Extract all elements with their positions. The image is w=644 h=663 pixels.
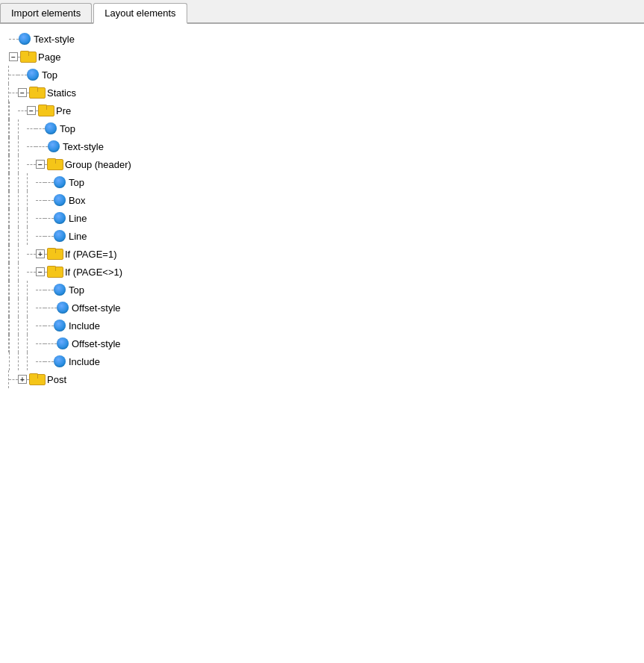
node-label: Top <box>60 123 75 134</box>
circle-icon <box>27 69 39 81</box>
tree-row[interactable]: + If (PAGE=1) <box>4 245 640 263</box>
tree-row[interactable]: − Pre <box>4 102 640 119</box>
tree-row[interactable]: Offset-style <box>4 299 640 317</box>
app-window: Import elements Layout elements Text-sty… <box>0 0 644 394</box>
tree-row[interactable]: Top <box>4 66 640 84</box>
circle-icon <box>54 355 66 367</box>
tree-row[interactable]: + Post <box>4 370 640 388</box>
circle-icon <box>54 284 66 296</box>
node-label: Top <box>69 284 84 296</box>
tree-row[interactable]: Text-style <box>4 137 640 155</box>
tree-row[interactable]: Top <box>4 173 640 191</box>
folder-icon <box>29 87 44 99</box>
tree-row[interactable]: Include <box>4 352 640 370</box>
expander-statics[interactable]: − <box>18 88 27 97</box>
node-label: Group (header) <box>65 159 131 170</box>
node-label: Line <box>69 231 87 242</box>
expander-page[interactable]: − <box>9 52 18 61</box>
circle-icon <box>57 302 69 314</box>
tree-row[interactable]: Line <box>4 227 640 245</box>
circle-icon <box>54 230 66 242</box>
node-label: Post <box>47 374 66 385</box>
circle-icon <box>45 122 57 134</box>
node-label: Page <box>38 52 60 63</box>
tree-row[interactable]: Offset-style <box>4 334 640 352</box>
circle-icon <box>54 194 66 206</box>
tree-row[interactable]: Top <box>4 281 640 299</box>
node-label: Line <box>69 213 87 224</box>
node-label: Text-style <box>63 141 104 152</box>
expander-group-header[interactable]: − <box>36 160 45 169</box>
node-label: Include <box>69 320 100 332</box>
node-label: If (PAGE<>1) <box>65 267 122 278</box>
node-label: Pre <box>56 105 71 116</box>
circle-icon <box>54 320 66 332</box>
circle-icon <box>57 337 69 349</box>
node-label: Top <box>42 69 57 81</box>
circle-icon <box>54 212 66 224</box>
node-label: Offset-style <box>72 302 121 314</box>
folder-icon <box>38 105 53 116</box>
expander-if-page1[interactable]: + <box>36 249 45 258</box>
tree-area: Text-style − Page Top <box>0 24 644 394</box>
node-label: Offset-style <box>72 338 121 349</box>
node-label: Statics <box>47 87 76 99</box>
folder-icon <box>29 373 44 385</box>
tabs-bar: Import elements Layout elements <box>0 0 644 24</box>
folder-icon <box>20 51 35 63</box>
tree-row[interactable]: − If (PAGE<>1) <box>4 263 640 281</box>
expander-if-page-ne1[interactable]: − <box>36 267 45 276</box>
tree-row[interactable]: − Page <box>4 48 640 66</box>
tree-row[interactable]: Line <box>4 209 640 227</box>
node-label: Include <box>69 356 100 367</box>
tab-layout[interactable]: Layout elements <box>93 3 187 24</box>
node-label: If (PAGE=1) <box>65 249 116 260</box>
folder-icon <box>47 248 62 260</box>
expander-post[interactable]: + <box>18 375 27 384</box>
node-label: Top <box>69 177 84 188</box>
expander-pre[interactable]: − <box>27 106 36 115</box>
circle-icon <box>54 176 66 188</box>
circle-icon <box>19 33 31 45</box>
tree-row[interactable]: − Group (header) <box>4 155 640 173</box>
tab-import[interactable]: Import elements <box>0 3 92 22</box>
tree-row[interactable]: Top <box>4 119 640 137</box>
tree-row[interactable]: Include <box>4 317 640 334</box>
tree-row[interactable]: − Statics <box>4 84 640 102</box>
tree-row[interactable]: Text-style <box>4 30 640 48</box>
node-label: Text-style <box>34 34 75 45</box>
folder-icon <box>47 158 62 170</box>
folder-icon <box>47 266 62 278</box>
node-label: Box <box>69 195 85 206</box>
circle-icon <box>48 140 60 152</box>
tree-row[interactable]: Box <box>4 191 640 209</box>
